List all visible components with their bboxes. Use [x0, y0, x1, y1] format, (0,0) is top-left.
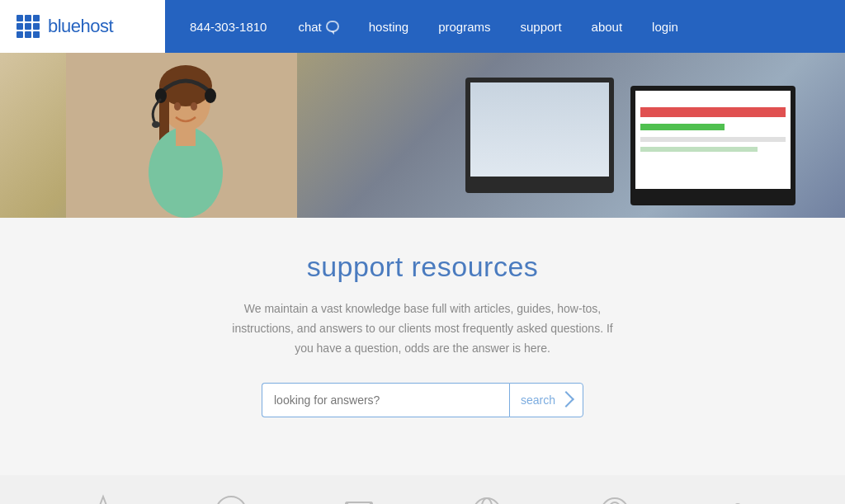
- monitor1: [465, 78, 614, 193]
- nav-login-label: login: [652, 20, 678, 34]
- svg-point-8: [152, 121, 160, 128]
- chat-bubble-icon: [326, 21, 339, 32]
- nav-item-about[interactable]: about: [577, 0, 638, 53]
- nav-item-support[interactable]: support: [506, 0, 577, 53]
- icon-item-wordpress[interactable]: W WordPress: [167, 492, 295, 504]
- nav-chat-label: chat: [298, 20, 321, 34]
- phone-number[interactable]: 844-303-1810: [173, 20, 283, 34]
- logo-grid-icon: [17, 15, 40, 38]
- nav-item-programs[interactable]: programs: [423, 0, 505, 53]
- icon-item-control-panel[interactable]: control panel: [678, 492, 806, 504]
- wordpress-icon: W: [211, 492, 251, 504]
- nav-support-label: support: [521, 20, 562, 34]
- nav-item-chat[interactable]: chat: [283, 0, 353, 53]
- svg-rect-5: [176, 125, 196, 146]
- star-icon: [83, 492, 123, 504]
- svg-point-9: [174, 102, 181, 111]
- svg-point-6: [155, 88, 167, 103]
- section-title: support resources: [17, 251, 828, 283]
- main-content: support resources We maintain a vast kno…: [0, 218, 845, 475]
- nav-about-label: about: [592, 20, 623, 34]
- search-button[interactable]: search: [509, 383, 583, 417]
- icon-item-faq[interactable]: FAQ: [39, 492, 167, 504]
- control-panel-icon: [723, 492, 762, 504]
- globe-icon: [467, 492, 507, 504]
- icon-item-domains[interactable]: domains: [422, 492, 550, 504]
- chevron-right-icon: [558, 391, 574, 407]
- nav-programs-label: programs: [438, 20, 490, 34]
- icon-item-account[interactable]: account: [550, 492, 678, 504]
- svg-point-7: [205, 88, 216, 103]
- monitor2: [630, 86, 795, 205]
- hero-person-svg: [66, 53, 297, 218]
- logo-area[interactable]: bluehost: [0, 0, 165, 53]
- icon-item-email[interactable]: email: [295, 492, 422, 504]
- search-input[interactable]: [262, 383, 509, 417]
- svg-point-10: [191, 102, 197, 111]
- section-description: We maintain a vast knowledge base full w…: [224, 299, 621, 358]
- nav-item-hosting[interactable]: hosting: [354, 0, 423, 53]
- hero-image: [0, 53, 845, 218]
- email-icon: [339, 492, 379, 504]
- search-button-label: search: [521, 393, 555, 407]
- main-nav: 844-303-1810 chat hosting programs suppo…: [165, 0, 845, 53]
- bottom-icons-row: FAQ W WordPress email: [0, 475, 845, 504]
- svg-marker-11: [88, 497, 118, 504]
- account-icon: [595, 492, 635, 504]
- header: bluehost 844-303-1810 chat hosting progr…: [0, 0, 845, 53]
- logo-text[interactable]: bluehost: [48, 16, 113, 37]
- search-row: search: [17, 383, 828, 417]
- nav-hosting-label: hosting: [369, 20, 408, 34]
- nav-item-login[interactable]: login: [637, 0, 693, 53]
